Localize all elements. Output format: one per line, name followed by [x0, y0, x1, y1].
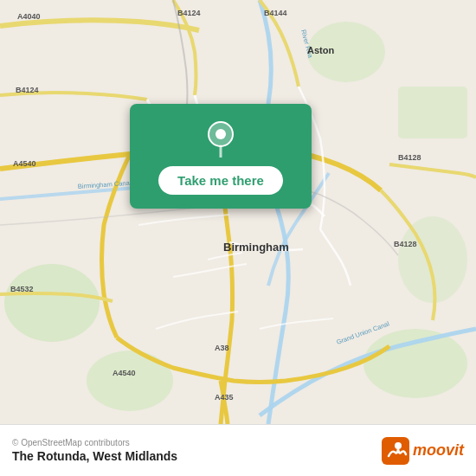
take-me-there-button[interactable]: Take me there	[158, 166, 283, 195]
map-container: A4040 B4124 B4144 B4124 A4540 B4532 B412…	[0, 0, 476, 424]
svg-point-2	[363, 329, 467, 398]
svg-point-24	[215, 129, 226, 139]
svg-text:B4144: B4144	[264, 9, 287, 17]
svg-text:Birmingham: Birmingham	[223, 241, 289, 254]
svg-text:B4532: B4532	[10, 285, 34, 293]
svg-rect-5	[398, 87, 467, 138]
svg-text:B4128: B4128	[398, 153, 421, 162]
svg-text:B4124: B4124	[177, 9, 201, 17]
bottom-bar: © OpenStreetMap contributors The Rotunda…	[0, 424, 476, 476]
overlay-card: Take me there	[130, 104, 312, 209]
svg-text:A435: A435	[215, 393, 234, 402]
svg-text:B4128: B4128	[394, 240, 417, 248]
moovit-logo: moovit	[382, 437, 464, 465]
moovit-brand-text: moovit	[413, 441, 464, 460]
location-pin-icon	[202, 119, 240, 158]
svg-point-1	[4, 264, 100, 342]
svg-text:Aston: Aston	[307, 45, 334, 55]
moovit-brand-icon	[382, 437, 409, 465]
svg-text:A38: A38	[215, 344, 229, 352]
svg-point-3	[87, 351, 173, 411]
svg-text:A4540: A4540	[13, 159, 36, 168]
location-name: The Rotunda, West Midlands	[12, 449, 177, 463]
svg-point-26	[395, 442, 402, 449]
svg-point-6	[398, 216, 467, 303]
svg-text:A4540: A4540	[113, 369, 136, 377]
copyright-text: © OpenStreetMap contributors	[12, 438, 177, 447]
svg-text:B4124: B4124	[16, 86, 39, 94]
svg-rect-25	[382, 437, 409, 465]
map-svg: A4040 B4124 B4144 B4124 A4540 B4532 B412…	[0, 0, 476, 424]
bottom-left: © OpenStreetMap contributors The Rotunda…	[12, 438, 177, 463]
svg-text:A4040: A4040	[17, 12, 41, 21]
